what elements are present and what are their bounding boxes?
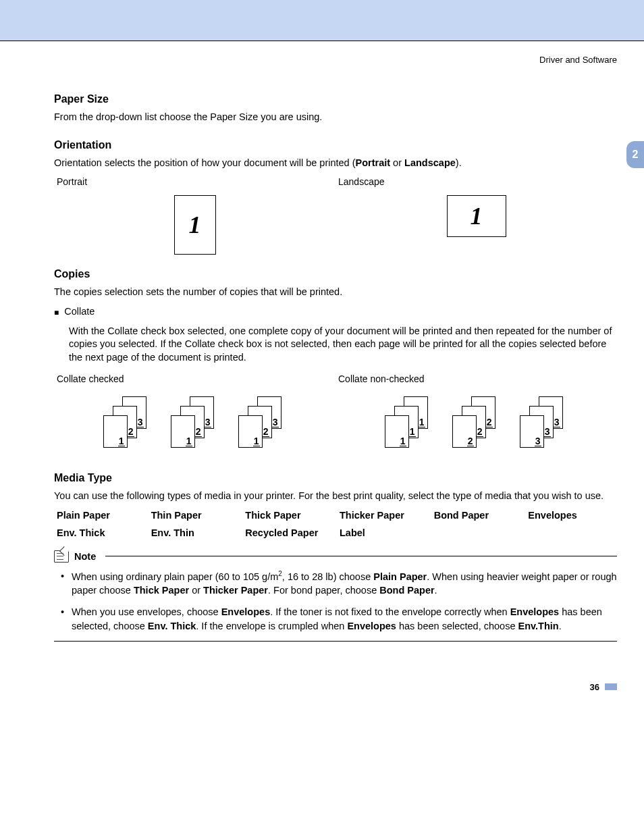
- chapter-tab: 2: [626, 141, 644, 168]
- heading-copies: Copies: [54, 268, 617, 280]
- landscape-page-icon: 1: [447, 195, 506, 237]
- orientation-bold-landscape: Landscape: [404, 157, 456, 168]
- label-collate-nonchecked: Collate non-checked: [336, 373, 617, 384]
- note-item: When using ordinary plain paper (60 to 1…: [61, 569, 617, 597]
- orientation-bold-portrait: Portrait: [356, 157, 391, 168]
- note-title: Note: [74, 551, 96, 562]
- page-number: 36: [590, 682, 601, 692]
- portrait-page-icon: 1: [174, 195, 216, 255]
- text-copies: The copies selection sets the number of …: [54, 286, 617, 299]
- media-item: Env. Thick: [57, 527, 146, 538]
- orientation-landscape-col: Landscape 1: [336, 176, 617, 255]
- orientation-post: ).: [456, 157, 462, 168]
- note-item: When you use envelopes, choose Envelopes…: [61, 605, 617, 633]
- text-orientation: Orientation selects the position of how …: [54, 157, 617, 170]
- heading-paper-size: Paper Size: [54, 93, 617, 105]
- collate-label: Collate: [64, 306, 95, 319]
- text-media-type: You can use the following types of media…: [54, 490, 617, 503]
- label-landscape: Landscape: [336, 176, 617, 187]
- running-head: Driver and Software: [54, 41, 617, 85]
- media-item: Recycled Paper: [245, 527, 334, 538]
- media-item: Thin Paper: [151, 510, 240, 521]
- media-item: Plain Paper: [57, 510, 146, 521]
- collate-nonchecked-col: Collate non-checked 1 1 1 2 2 2 3 3 3: [336, 373, 617, 459]
- media-item: Thicker Paper: [340, 510, 429, 521]
- heading-orientation: Orientation: [54, 139, 617, 151]
- orientation-pre: Orientation selects the position of how …: [54, 157, 356, 168]
- note-list: When using ordinary plain paper (60 to 1…: [61, 569, 617, 633]
- media-type-grid: Plain Paper Thin Paper Thick Paper Thick…: [57, 510, 617, 538]
- collate-checked-col: Collate checked 3 2 1 3 2 1 3 2 1: [54, 373, 336, 459]
- text-paper-size: From the drop-down list choose the Paper…: [54, 111, 617, 124]
- collate-examples: Collate checked 3 2 1 3 2 1 3 2 1: [54, 373, 617, 459]
- stack-icon: 2 2 2: [452, 396, 501, 452]
- orientation-examples: Portrait 1 Landscape 1: [54, 176, 617, 255]
- orientation-mid: or: [390, 157, 404, 168]
- note-icon: [54, 550, 69, 563]
- note-bottom-rule: [54, 641, 617, 642]
- collate-bullet: ■ Collate: [54, 306, 617, 319]
- orientation-portrait-col: Portrait 1: [54, 176, 336, 255]
- note-rule: [105, 556, 617, 556]
- page-number-accent: [605, 683, 617, 690]
- page-number-wrap: 36: [54, 682, 617, 692]
- page-content: Driver and Software 2 Paper Size From th…: [0, 41, 644, 719]
- note-header: Note: [54, 550, 617, 563]
- note-block: Note When using ordinary plain paper (60…: [54, 550, 617, 642]
- collate-nonchecked-stacks: 1 1 1 2 2 2 3 3 3: [336, 392, 617, 459]
- label-portrait: Portrait: [54, 176, 336, 187]
- label-collate-checked: Collate checked: [54, 373, 336, 384]
- square-bullet-icon: ■: [54, 306, 59, 319]
- media-item: Thick Paper: [245, 510, 334, 521]
- heading-media-type: Media Type: [54, 472, 617, 484]
- media-item: Label: [340, 527, 429, 538]
- collate-checked-stacks: 3 2 1 3 2 1 3 2 1: [54, 392, 336, 459]
- media-item: Bond Paper: [434, 510, 523, 521]
- media-item: Env. Thin: [151, 527, 240, 538]
- stack-icon: 1 1 1: [385, 396, 433, 452]
- stack-icon: 3 3 3: [520, 396, 568, 452]
- media-item: Envelopes: [528, 510, 617, 521]
- header-band: [0, 0, 644, 41]
- stack-icon: 3 2 1: [238, 396, 287, 452]
- collate-body: With the Collate check box selected, one…: [69, 325, 617, 365]
- stack-icon: 3 2 1: [171, 396, 219, 452]
- stack-icon: 3 2 1: [103, 396, 152, 452]
